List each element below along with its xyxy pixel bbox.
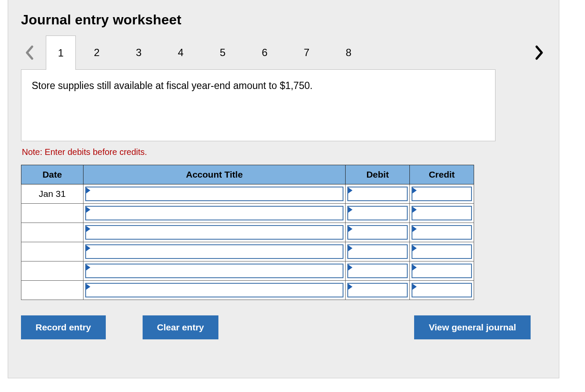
- entry-tab-4[interactable]: 4: [160, 36, 202, 70]
- table-row: [21, 281, 474, 300]
- title-input[interactable]: [85, 264, 343, 278]
- debit-cell[interactable]: [346, 242, 410, 261]
- title-cell[interactable]: [83, 261, 345, 281]
- debit-cell[interactable]: [346, 184, 410, 204]
- prev-entry-button[interactable]: [21, 45, 38, 60]
- table-row: [21, 223, 474, 242]
- debit-input[interactable]: [347, 283, 408, 297]
- col-header-credit: Credit: [410, 165, 474, 184]
- debit-input[interactable]: [347, 225, 408, 240]
- date-cell[interactable]: [21, 281, 84, 300]
- credit-input[interactable]: [412, 264, 472, 278]
- dropdown-indicator-icon: [86, 284, 90, 290]
- col-header-account-title: Account Title: [83, 165, 345, 184]
- action-buttons: Record entry Clear entry View general jo…: [21, 315, 531, 339]
- date-cell[interactable]: [21, 223, 84, 242]
- dropdown-indicator-icon: [348, 226, 352, 232]
- clear-entry-button[interactable]: Clear entry: [143, 315, 219, 339]
- view-general-journal-button[interactable]: View general journal: [414, 315, 531, 339]
- entry-tab-7[interactable]: 7: [286, 36, 328, 70]
- dropdown-indicator-icon: [348, 207, 352, 213]
- credit-cell[interactable]: [410, 242, 474, 261]
- credit-input[interactable]: [412, 283, 472, 297]
- entry-tab-6[interactable]: 6: [244, 36, 286, 70]
- credit-input[interactable]: [412, 187, 472, 201]
- dropdown-indicator-icon: [348, 284, 352, 290]
- date-cell[interactable]: [21, 261, 84, 281]
- journal-entry-table: Date Account Title Debit Credit Jan 31: [21, 165, 474, 300]
- debit-input[interactable]: [347, 264, 408, 278]
- title-input[interactable]: [85, 206, 343, 220]
- debit-cell[interactable]: [346, 281, 410, 300]
- date-cell[interactable]: [21, 204, 84, 223]
- page-title: Journal entry worksheet: [21, 12, 546, 28]
- entry-tab-5[interactable]: 5: [202, 36, 244, 70]
- note-text: Note: Enter debits before credits.: [22, 147, 546, 157]
- entry-tabs: 12345678: [21, 36, 546, 70]
- dropdown-indicator-icon: [412, 187, 417, 193]
- worksheet-panel: Journal entry worksheet 12345678 Store s…: [8, 0, 559, 378]
- table-row: [21, 242, 474, 261]
- dropdown-indicator-icon: [412, 226, 417, 232]
- debit-input[interactable]: [347, 244, 408, 259]
- credit-cell[interactable]: [410, 261, 474, 281]
- dropdown-indicator-icon: [86, 226, 90, 232]
- entry-tab-8[interactable]: 8: [328, 36, 370, 70]
- dropdown-indicator-icon: [86, 264, 90, 270]
- dropdown-indicator-icon: [348, 187, 352, 193]
- debit-input[interactable]: [347, 206, 408, 220]
- col-header-debit: Debit: [346, 165, 410, 184]
- dropdown-indicator-icon: [348, 264, 352, 270]
- title-cell[interactable]: [83, 223, 345, 242]
- col-header-date: Date: [21, 165, 84, 184]
- title-input[interactable]: [85, 244, 343, 259]
- credit-cell[interactable]: [410, 281, 474, 300]
- table-row: [21, 261, 474, 281]
- title-input[interactable]: [85, 225, 343, 240]
- credit-cell[interactable]: [410, 223, 474, 242]
- chevron-right-icon: [534, 45, 544, 60]
- chevron-left-icon: [25, 45, 34, 60]
- debit-input[interactable]: [347, 187, 408, 201]
- dropdown-indicator-icon: [412, 284, 417, 290]
- title-input[interactable]: [85, 283, 343, 297]
- title-cell[interactable]: [83, 242, 345, 261]
- dropdown-indicator-icon: [86, 245, 90, 251]
- date-cell[interactable]: [21, 242, 84, 261]
- debit-cell[interactable]: [346, 204, 410, 223]
- date-cell[interactable]: Jan 31: [21, 184, 84, 204]
- title-cell[interactable]: [83, 184, 345, 204]
- credit-cell[interactable]: [410, 204, 474, 223]
- title-cell[interactable]: [83, 204, 345, 223]
- dropdown-indicator-icon: [348, 245, 352, 251]
- credit-input[interactable]: [412, 244, 472, 259]
- dropdown-indicator-icon: [412, 245, 417, 251]
- dropdown-indicator-icon: [412, 264, 417, 270]
- credit-cell[interactable]: [410, 184, 474, 204]
- debit-cell[interactable]: [346, 261, 410, 281]
- transaction-prompt: Store supplies still available at fiscal…: [21, 69, 495, 141]
- entry-tab-2[interactable]: 2: [76, 36, 118, 70]
- entry-tab-1[interactable]: 1: [46, 36, 76, 70]
- title-input[interactable]: [85, 187, 343, 201]
- table-row: [21, 204, 474, 223]
- entry-tab-3[interactable]: 3: [118, 36, 160, 70]
- next-entry-button[interactable]: [531, 45, 548, 60]
- dropdown-indicator-icon: [412, 207, 417, 213]
- credit-input[interactable]: [412, 206, 472, 220]
- dropdown-indicator-icon: [86, 187, 90, 193]
- title-cell[interactable]: [83, 281, 345, 300]
- debit-cell[interactable]: [346, 223, 410, 242]
- table-row: Jan 31: [21, 184, 474, 204]
- credit-input[interactable]: [412, 225, 472, 240]
- dropdown-indicator-icon: [86, 207, 90, 213]
- record-entry-button[interactable]: Record entry: [21, 315, 106, 339]
